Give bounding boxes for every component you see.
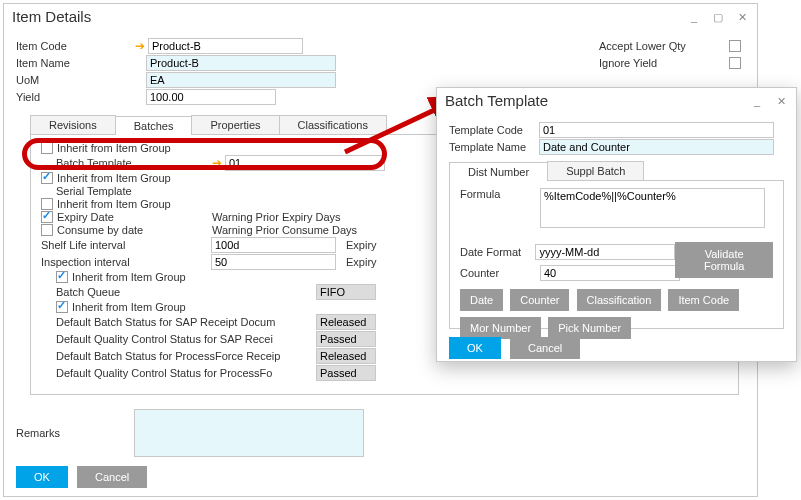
item-code-input[interactable] xyxy=(148,38,303,54)
date-format-input[interactable] xyxy=(535,244,675,260)
batch-template-input[interactable] xyxy=(225,155,385,171)
close-icon[interactable]: ✕ xyxy=(774,94,788,108)
counter-input[interactable] xyxy=(540,265,680,281)
default-qc-status-input xyxy=(316,331,376,347)
expiry-date-checkbox[interactable] xyxy=(41,211,53,223)
maximize-icon[interactable]: ▢ xyxy=(711,10,725,24)
chip-item-code[interactable]: Item Code xyxy=(668,289,739,311)
tab-batches[interactable]: Batches xyxy=(115,116,193,135)
remarks-label: Remarks xyxy=(16,427,134,439)
template-name-input[interactable] xyxy=(539,139,774,155)
ignore-yield-checkbox[interactable] xyxy=(729,57,741,69)
default-qc-pf-input xyxy=(316,365,376,381)
default-batch-status-label: Default Batch Status for SAP Receipt Doc… xyxy=(56,316,316,328)
default-batch-pf-input xyxy=(316,348,376,364)
chip-classification[interactable]: Classification xyxy=(577,289,662,311)
template-tabs: Dist Number Suppl Batch xyxy=(449,161,784,181)
arrow-icon[interactable]: ➔ xyxy=(211,156,223,170)
ok-button[interactable]: OK xyxy=(16,466,68,488)
inherit1-checkbox[interactable] xyxy=(41,142,53,154)
yield-input[interactable] xyxy=(146,89,276,105)
consume-by-date-checkbox[interactable] xyxy=(41,224,53,236)
default-qc-status-label: Default Quality Control Status for SAP R… xyxy=(56,333,316,345)
item-name-label: Item Name xyxy=(16,57,134,69)
uom-label: UoM xyxy=(16,74,134,86)
inherit2-checkbox[interactable] xyxy=(41,172,53,184)
arrow-icon[interactable]: ➔ xyxy=(134,39,146,53)
inherit5-label: Inherit from Item Group xyxy=(72,301,186,313)
item-details-title: Item Details xyxy=(12,8,677,25)
inherit4-label: Inherit from Item Group xyxy=(72,271,186,283)
inherit2-label: Inherit from Item Group xyxy=(57,172,171,184)
warning-prior-consume-label: Warning Prior Consume Days xyxy=(212,224,357,236)
shelf-life-input[interactable] xyxy=(211,237,336,253)
counter-label: Counter xyxy=(460,267,540,279)
yield-label: Yield xyxy=(16,91,134,103)
chip-mor-number[interactable]: Mor Number xyxy=(460,317,541,339)
accept-lower-qty-label: Accept Lower Qty xyxy=(599,40,729,52)
inspection-expiry: Expiry xyxy=(346,256,377,268)
batch-template-label: Batch Template xyxy=(56,157,211,169)
template-code-input[interactable] xyxy=(539,122,774,138)
item-details-titlebar: Item Details _ ▢ ✕ xyxy=(4,4,757,29)
shelf-life-label: Shelf Life interval xyxy=(41,239,211,251)
ignore-yield-label: Ignore Yield xyxy=(599,57,729,69)
uom-input[interactable] xyxy=(146,72,336,88)
batch-queue-label: Batch Queue xyxy=(56,286,316,298)
inherit1-label: Inherit from Item Group xyxy=(57,142,171,154)
cancel-button[interactable]: Cancel xyxy=(77,466,147,488)
default-batch-pf-label: Default Batch Status for ProcessForce Re… xyxy=(56,350,316,362)
accept-lower-qty-checkbox[interactable] xyxy=(729,40,741,52)
default-batch-status-input xyxy=(316,314,376,330)
inherit3-label: Inherit from Item Group xyxy=(57,198,171,210)
minimize-icon[interactable]: _ xyxy=(750,94,764,108)
chip-row: Date Counter Classification Item Code Mo… xyxy=(460,283,773,339)
tab-properties[interactable]: Properties xyxy=(191,115,279,134)
tab-dist-number[interactable]: Dist Number xyxy=(449,162,548,181)
chip-date[interactable]: Date xyxy=(460,289,503,311)
inherit4-checkbox[interactable] xyxy=(56,271,68,283)
tab-classifications[interactable]: Classifications xyxy=(279,115,387,134)
item-code-label: Item Code xyxy=(16,40,134,52)
inherit5-checkbox[interactable] xyxy=(56,301,68,313)
template-name-label: Template Name xyxy=(449,141,539,153)
batch-template-window: Batch Template _ ✕ Template Code Templat… xyxy=(436,87,797,362)
chip-pick-number[interactable]: Pick Number xyxy=(548,317,631,339)
batch-template-titlebar: Batch Template _ ✕ xyxy=(437,88,796,113)
template-tabbody: Formula Date Format Validate Formula Cou… xyxy=(449,181,784,329)
close-icon[interactable]: ✕ xyxy=(735,10,749,24)
shelf-life-expiry: Expiry xyxy=(346,239,377,251)
batch-queue-input xyxy=(316,284,376,300)
template-code-label: Template Code xyxy=(449,124,539,136)
validate-formula-button[interactable]: Validate Formula xyxy=(675,242,773,278)
inspection-input[interactable] xyxy=(211,254,336,270)
cancel-button[interactable]: Cancel xyxy=(510,337,580,359)
formula-label: Formula xyxy=(460,188,540,200)
item-name-input[interactable] xyxy=(146,55,336,71)
date-format-label: Date Format xyxy=(460,246,535,258)
chip-counter[interactable]: Counter xyxy=(510,289,569,311)
ok-button[interactable]: OK xyxy=(449,337,501,359)
serial-template-label: Serial Template xyxy=(56,185,132,197)
tab-suppl-batch[interactable]: Suppl Batch xyxy=(547,161,644,180)
remarks-textarea[interactable] xyxy=(134,409,364,457)
minimize-icon[interactable]: _ xyxy=(687,10,701,24)
inspection-label: Inspection interval xyxy=(41,256,211,268)
consume-by-date-label: Consume by date xyxy=(57,224,212,236)
batch-template-title: Batch Template xyxy=(445,92,740,109)
batch-template-content: Template Code Template Name Dist Number … xyxy=(437,113,796,371)
default-qc-pf-label: Default Quality Control Status for Proce… xyxy=(56,367,316,379)
formula-input[interactable] xyxy=(540,188,765,228)
expiry-date-label: Expiry Date xyxy=(57,211,212,223)
tab-revisions[interactable]: Revisions xyxy=(30,115,116,134)
warning-prior-expiry-label: Warning Prior Expiry Days xyxy=(212,211,341,223)
